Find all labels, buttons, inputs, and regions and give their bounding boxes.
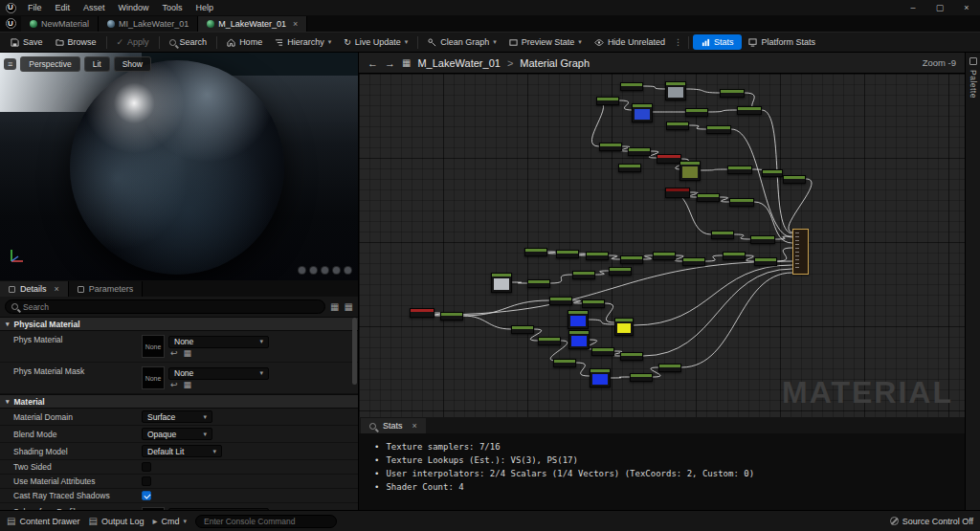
shading-model-select[interactable]: Default Lit ▾ (142, 445, 222, 457)
menu-tools[interactable]: Tools (156, 0, 189, 15)
graph-node[interactable] (599, 143, 622, 151)
graph-node[interactable] (538, 337, 561, 345)
source-control-button[interactable]: Source Control Off (890, 517, 973, 526)
menu-edit[interactable]: Edit (49, 0, 78, 15)
viewport-menu-icon[interactable]: ≡ (4, 58, 16, 70)
console-command-input[interactable] (195, 515, 337, 528)
live-update-button[interactable]: ↻ Live Update ▾ (338, 34, 413, 50)
forward-icon[interactable]: → (385, 57, 395, 69)
clean-graph-button[interactable]: Clean Graph ▾ (422, 34, 502, 50)
lit-mode-button[interactable]: Lit (84, 56, 110, 72)
graph-node[interactable] (614, 318, 634, 336)
graph-node[interactable] (620, 82, 643, 91)
menu-asset[interactable]: Asset (77, 0, 112, 15)
tab-mi-lakewater[interactable]: MI_LakeWater_01 (99, 16, 198, 32)
content-drawer-button[interactable]: ▤ Content Drawer (7, 516, 79, 526)
subsurface-profile-select[interactable]: None ▾ (168, 508, 269, 511)
graph-node[interactable] (727, 166, 752, 174)
graph-node[interactable] (658, 364, 681, 372)
preview-shape-plane-button[interactable] (321, 266, 329, 275)
stats-toggle-button[interactable]: Stats (693, 34, 743, 50)
preview-shape-cube-button[interactable] (332, 266, 341, 275)
details-scrollbar[interactable] (352, 318, 357, 385)
graph-node[interactable] (410, 308, 434, 318)
graph-node[interactable] (657, 154, 681, 164)
close-icon[interactable]: × (55, 284, 59, 294)
use-selected-asset-icon[interactable]: ↩ (170, 380, 178, 389)
hierarchy-button[interactable]: Hierarchy ▾ (269, 34, 337, 50)
graph-node[interactable] (762, 169, 783, 177)
breadcrumb-leaf[interactable]: Material Graph (520, 57, 590, 69)
graph-node[interactable] (556, 250, 579, 258)
material-domain-select[interactable]: Surface ▾ (142, 410, 212, 423)
asset-thumbnail[interactable]: None (142, 366, 165, 389)
graph-node[interactable] (682, 257, 705, 266)
more-options-icon[interactable]: ⋮ (672, 37, 684, 47)
cmd-dropdown[interactable]: ▸ Cmd ▾ (152, 516, 187, 526)
show-button[interactable]: Show (114, 56, 151, 72)
graph-node[interactable] (706, 125, 731, 134)
graph-node[interactable] (491, 273, 512, 293)
graph-node[interactable] (568, 330, 590, 349)
search-button[interactable]: Search (164, 34, 213, 50)
graph-node[interactable] (685, 108, 708, 117)
graph-node[interactable] (596, 97, 619, 105)
graph-node[interactable] (591, 347, 614, 356)
graph-node[interactable] (665, 81, 686, 100)
preview-state-button[interactable]: Preview State ▾ (503, 34, 588, 50)
close-stats-icon[interactable]: × (412, 421, 417, 431)
graph-node[interactable] (729, 198, 754, 207)
preview-shape-cylinder-button[interactable] (298, 266, 306, 275)
preview-shape-sphere-button[interactable] (309, 266, 318, 275)
preview-shape-mesh-button[interactable] (344, 266, 352, 275)
apply-button[interactable]: ✓ Apply (111, 34, 155, 50)
breadcrumb-root[interactable]: M_LakeWater_01 (417, 57, 500, 69)
close-tab-icon[interactable]: × (293, 19, 298, 29)
graph-node[interactable] (783, 175, 806, 184)
gear-icon[interactable]: ▦ (345, 301, 353, 312)
graph-canvas[interactable]: MATERIAL Stats × •Texture samplers: 7/16… (359, 74, 965, 510)
two-sided-checkbox[interactable] (142, 462, 151, 472)
graph-node-material-output[interactable] (792, 229, 809, 275)
minimize-button[interactable]: – (900, 0, 926, 15)
graph-node[interactable] (666, 122, 689, 130)
browse-button[interactable]: Browse (50, 34, 102, 50)
graph-node[interactable] (568, 310, 589, 329)
tab-m-lakewater[interactable]: M_LakeWater_01 × (198, 16, 307, 32)
tab-parameters[interactable]: Parameters (69, 281, 144, 297)
hide-unrelated-button[interactable]: Hide Unrelated (589, 34, 671, 50)
graph-node[interactable] (737, 106, 762, 115)
preview-viewport[interactable]: ≡ Perspective Lit Show (0, 53, 358, 280)
graph-node[interactable] (628, 147, 651, 156)
save-button[interactable]: Save (5, 34, 49, 50)
graph-node[interactable] (618, 164, 641, 172)
menu-help[interactable]: Help (189, 0, 221, 15)
graph-node[interactable] (586, 252, 609, 260)
platform-stats-button[interactable]: Platform Stats (743, 34, 821, 50)
stats-tab[interactable]: Stats × (361, 418, 426, 433)
graph-node[interactable] (582, 299, 605, 308)
graph-layout-icon[interactable]: ▦ (402, 57, 411, 68)
tab-newmaterial[interactable]: NewMaterial (21, 16, 99, 32)
browse-to-asset-icon[interactable]: ▦ (184, 348, 192, 358)
output-log-button[interactable]: ▤ Output Log (88, 516, 144, 526)
graph-node[interactable] (620, 255, 643, 264)
menu-file[interactable]: File (21, 0, 49, 15)
graph-node[interactable] (665, 188, 690, 198)
asset-thumbnail[interactable]: None (142, 335, 165, 358)
graph-node[interactable] (653, 252, 676, 260)
graph-node[interactable] (620, 352, 643, 361)
browse-to-asset-icon[interactable]: ▦ (184, 380, 192, 389)
maximize-button[interactable]: ▢ (926, 0, 953, 15)
details-search-input[interactable]: Search (5, 299, 325, 314)
graph-node[interactable] (723, 252, 746, 260)
phys-material-select[interactable]: None ▾ (168, 336, 269, 348)
graph-node[interactable] (572, 271, 595, 279)
graph-node[interactable] (527, 279, 550, 288)
graph-node[interactable] (630, 373, 653, 382)
asset-thumbnail[interactable]: None (142, 507, 165, 510)
graph-node[interactable] (754, 257, 777, 266)
palette-sidebar[interactable]: Palette (965, 53, 980, 510)
close-window-button[interactable]: × (953, 0, 980, 15)
graph-node[interactable] (440, 312, 463, 321)
